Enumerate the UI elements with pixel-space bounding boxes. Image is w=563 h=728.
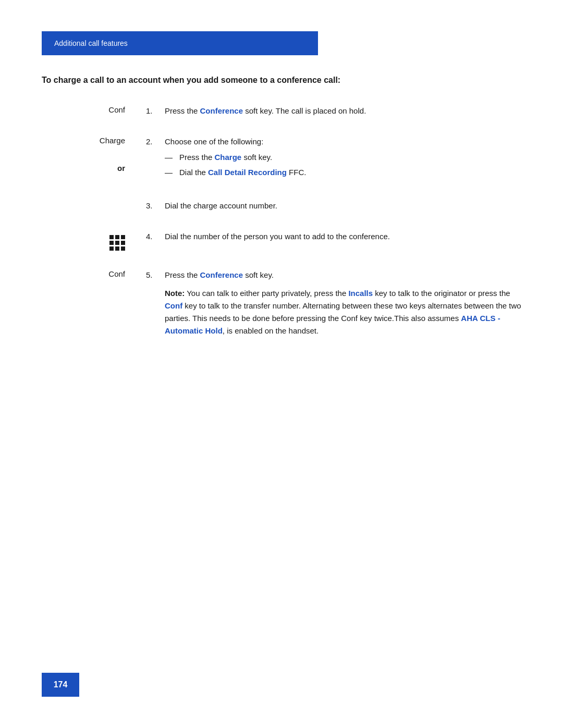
conf-link: Conf [165, 301, 182, 310]
sub-step-2b: — Dial the Call Detail Recording FFC. [165, 167, 521, 179]
intro-paragraph: To charge a call to an account when you … [42, 74, 521, 87]
sub-steps-2: — Press the Charge soft key. — Dial the … [165, 152, 521, 178]
keypad-dot [115, 246, 119, 251]
note-body: You can talk to either party privately, … [165, 289, 521, 335]
step-label-5: Conf [42, 269, 146, 278]
keypad-dot [109, 235, 114, 239]
step-label-1: Conf [42, 105, 146, 114]
step-text-3: Dial the charge account number. [165, 200, 521, 212]
step-number-line-5: 5. Press the Conference soft key. [146, 269, 521, 281]
step-number-line-3: 3. Dial the charge account number. [146, 200, 521, 212]
note-text: Note: You can talk to either party priva… [165, 287, 521, 337]
step-content-1: 1. Press the Conference soft key. The ca… [146, 105, 521, 117]
step-label-4 [42, 231, 146, 251]
keypad-dot [121, 235, 125, 239]
dash-2a: — [165, 152, 175, 164]
keypad-icon [109, 235, 125, 251]
keypad-dot [115, 241, 119, 245]
step-number-line-1: 1. Press the Conference soft key. The ca… [146, 105, 521, 117]
incalls-link: Incalls [348, 289, 373, 298]
step-number-line-4: 4. Dial the number of the person you wan… [146, 231, 521, 243]
page-container: Additional call features To charge a cal… [0, 0, 563, 728]
keypad-dot [115, 235, 119, 239]
sub-step-2a: — Press the Charge soft key. [165, 152, 521, 164]
step-text-4: Dial the number of the person you want t… [165, 231, 521, 243]
dash-2b: — [165, 167, 175, 179]
step-label-2: Charge or [42, 136, 146, 172]
step-row-4: 4. Dial the number of the person you wan… [42, 231, 521, 251]
step-number-line-2: 2. Choose one of the following: [146, 136, 521, 148]
header-banner: Additional call features [42, 31, 318, 55]
keypad-dot [121, 246, 125, 251]
step-num-4: 4. [146, 231, 158, 243]
step-row-3: 3. Dial the charge account number. [42, 200, 521, 212]
step-content-3: 3. Dial the charge account number. [146, 200, 521, 212]
step-num-3: 3. [146, 200, 158, 212]
content-area: Conf 1. Press the Conference soft key. T… [42, 105, 521, 356]
cdr-link: Call Detail Recording [208, 168, 287, 177]
keypad-dot [109, 241, 114, 245]
header-banner-text: Additional call features [54, 39, 128, 47]
step-text-5: Press the Conference soft key. [165, 269, 521, 281]
step-text-2: Choose one of the following: [165, 136, 521, 148]
aha-link: AHA CLS - Automatic Hold [165, 314, 500, 335]
charge-link: Charge [215, 153, 242, 162]
conference-link-1: Conference [200, 106, 243, 115]
conference-link-2: Conference [200, 270, 243, 279]
step-num-5: 5. [146, 269, 158, 281]
step-num-1: 1. [146, 105, 158, 117]
step-row-2: Charge or 2. Choose one of the following… [42, 136, 521, 182]
sub-step-text-2a: Press the Charge soft key. [179, 152, 272, 164]
step-content-4: 4. Dial the number of the person you wan… [146, 231, 521, 243]
keypad-dot [109, 246, 114, 251]
step-content-2: 2. Choose one of the following: — Press … [146, 136, 521, 182]
step-text-1: Press the Conference soft key. The call … [165, 105, 521, 117]
sub-step-text-2b: Dial the Call Detail Recording FFC. [179, 167, 306, 179]
step-row-5: Conf 5. Press the Conference soft key. N… [42, 269, 521, 338]
page-number-box: 174 [42, 673, 79, 697]
page-number: 174 [54, 680, 68, 689]
step-content-5: 5. Press the Conference soft key. Note: … [146, 269, 521, 338]
note-label: Note: [165, 289, 185, 298]
step-row-1: Conf 1. Press the Conference soft key. T… [42, 105, 521, 117]
step-num-2: 2. [146, 136, 158, 148]
keypad-dot [121, 241, 125, 245]
